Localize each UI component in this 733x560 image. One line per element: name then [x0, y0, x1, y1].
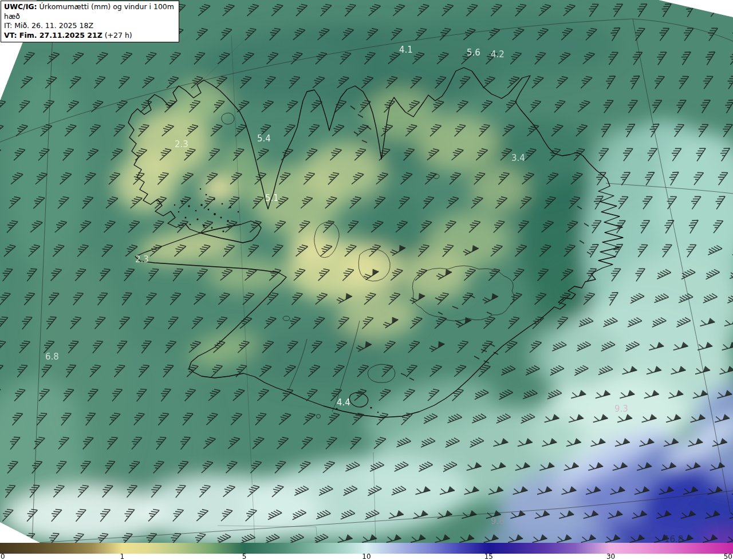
map-value-label: 5.6: [467, 48, 480, 58]
title-line-init: IT: Mið. 26. 11. 2025 18Z: [4, 21, 175, 31]
colorbar-tick-label: 0: [1, 553, 5, 560]
colorbar-tick-label: 50: [724, 553, 732, 560]
map-value-label: 9.8: [491, 516, 505, 526]
title-line-valid: VT: Fim. 27.11.2025 21Z (+27 h): [4, 31, 175, 41]
map-value-label: 16.8: [664, 534, 683, 543]
colorbar: 01510153050: [0, 543, 733, 560]
title-line-product: UWC/IG: Úrkomumætti (mm) og vindur i 100…: [4, 2, 175, 21]
valid-offset: (+27 h): [103, 31, 132, 40]
colorbar-tick-label: 10: [362, 553, 371, 560]
map-value-label: 4.4: [337, 397, 350, 408]
colorbar-tick-label: 1: [120, 553, 125, 560]
title-box: UWC/IG: Úrkomumætti (mm) og vindur i 100…: [1, 1, 179, 42]
colorbar-tick-label: 30: [606, 553, 615, 560]
map-value-label: 5.4: [257, 133, 271, 144]
valid-time: VT: Fim. 27.11.2025 21Z: [4, 31, 103, 40]
weather-map-screen: 4.15.64.25.42.33.45.12.36.84.49.39.816.8…: [0, 0, 733, 560]
map-canvas: 4.15.64.25.42.33.45.12.36.84.49.39.816.8: [0, 0, 733, 543]
colorbar-tick-row: 01510153050: [0, 554, 733, 560]
map-value-label: 6.8: [45, 352, 59, 362]
map-value-label: 4.2: [491, 49, 505, 60]
product-code: UWC/IG:: [4, 2, 37, 11]
colorbar-tick-label: 5: [242, 553, 247, 560]
map-value-label: 9.3: [614, 404, 628, 414]
map-value-label: 2.3: [135, 254, 149, 265]
map-value-label: 3.4: [511, 153, 525, 163]
map-value-label: 5.1: [265, 193, 279, 203]
map-value-label: 4.1: [399, 45, 413, 55]
map-value-label: 2.3: [175, 139, 188, 149]
colorbar-tick-label: 15: [484, 553, 493, 560]
